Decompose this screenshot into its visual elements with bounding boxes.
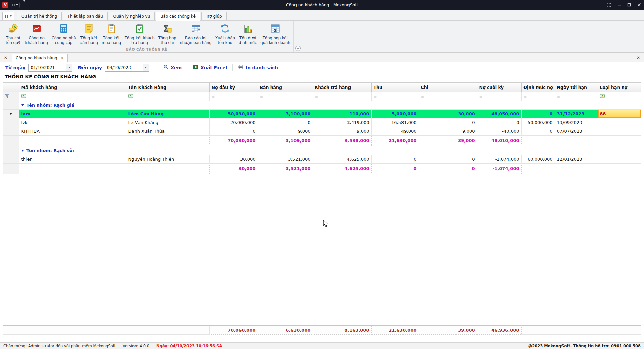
ribbon-button-xuat-nhap-ton-kho[interactable]: Xuất nhậptồn kho bbox=[213, 22, 237, 46]
ribbon-tab-bao-cao-thong-ke[interactable]: Báo cáo thống kê bbox=[156, 12, 200, 21]
cell[interactable]: 30,000 bbox=[209, 155, 258, 163]
from-date-picker[interactable] bbox=[28, 64, 72, 72]
cell[interactable]: -40,000 bbox=[477, 127, 521, 135]
cell[interactable]: 3,521,000 bbox=[258, 155, 313, 163]
row-header[interactable] bbox=[3, 101, 19, 109]
row-header[interactable] bbox=[3, 155, 19, 163]
cell[interactable]: 0 bbox=[258, 118, 313, 127]
table-row-thien[interactable]: thien Nguyễn Hoàng Thiện 30,000 3,521,00… bbox=[3, 155, 641, 163]
cell[interactable]: 0 bbox=[419, 118, 477, 127]
filter-cell[interactable] bbox=[209, 92, 258, 101]
quick-access-customize-button[interactable] bbox=[22, 2, 27, 8]
cell[interactable]: 5,000,000 bbox=[371, 109, 419, 118]
table-row-khthua[interactable]: KHTHUA Danh Xuân Thừa 0 9,000 9,000 49,0… bbox=[3, 127, 641, 135]
fullscreen-button[interactable] bbox=[604, 0, 614, 10]
cell[interactable]: 9,000 bbox=[419, 127, 477, 135]
filter-row-header[interactable] bbox=[3, 92, 19, 101]
ribbon-button-cong-no-nha-cung-cap[interactable]: Công nợ nhàcung cấp bbox=[50, 22, 78, 46]
cell[interactable]: 31/12/2023 bbox=[555, 109, 598, 118]
application-menu-button[interactable] bbox=[2, 12, 14, 20]
row-header[interactable] bbox=[3, 118, 19, 127]
column-header-ban-hang[interactable]: Bán hàng bbox=[258, 83, 313, 92]
cell[interactable] bbox=[598, 127, 641, 135]
column-header-ma-khach-hang[interactable]: Mã khách hàng bbox=[19, 83, 126, 92]
cell[interactable]: 48,050,000 bbox=[477, 109, 521, 118]
cell[interactable]: 3,100,000 bbox=[258, 109, 313, 118]
column-header-ten-khach-hang[interactable]: Tên Khách Hàng bbox=[126, 83, 209, 92]
cell[interactable]: Danh Xuân Thừa bbox=[126, 127, 209, 135]
filter-cell[interactable]: a bbox=[19, 92, 126, 101]
maximize-button[interactable] bbox=[624, 0, 634, 10]
collapse-arrow-icon[interactable] bbox=[21, 104, 24, 106]
filter-cell[interactable]: a bbox=[126, 92, 209, 101]
column-header-loai-han-no[interactable]: Loại hạn nợ bbox=[598, 83, 641, 92]
focused-cell[interactable]: 88 bbox=[598, 109, 641, 118]
quick-access-button[interactable] bbox=[11, 2, 20, 8]
table-row-lam[interactable]: lam Lâm Cửa Hàng 50,030,000 3,100,000 11… bbox=[3, 109, 641, 118]
filter-cell[interactable] bbox=[371, 92, 419, 101]
cell[interactable]: 13/09/2023 bbox=[555, 118, 598, 127]
cell[interactable]: 60,000,000 bbox=[521, 155, 555, 163]
cell[interactable] bbox=[598, 118, 641, 127]
ribbon-button-cong-no-khach-hang[interactable]: Công nợkhách hàng bbox=[23, 22, 50, 46]
to-date-input[interactable] bbox=[105, 64, 143, 71]
column-header-no-cuoi-ky[interactable]: Nợ cuối kỳ bbox=[477, 83, 521, 92]
document-tab-cong-no-khach-hang[interactable]: Công nợ khách hàng bbox=[12, 54, 68, 62]
group-header-cell[interactable]: Tên nhóm: Rạch giá bbox=[19, 101, 641, 109]
minimize-button[interactable] bbox=[614, 0, 624, 10]
cell[interactable]: 30,000 bbox=[419, 109, 477, 118]
cell[interactable]: 07/07/2023 bbox=[555, 127, 598, 135]
ribbon-button-thu-chi-ton-quy[interactable]: $ Thu chitồn quỹ bbox=[3, 22, 23, 46]
cell[interactable]: KHTHUA bbox=[19, 127, 126, 135]
cell[interactable]: 9,000 bbox=[313, 127, 371, 135]
cell[interactable]: Lâm Cửa Hàng bbox=[126, 109, 209, 118]
filter-cell[interactable] bbox=[555, 92, 598, 101]
tab-close-icon[interactable] bbox=[61, 56, 64, 60]
ribbon-button-tong-hop-ket-qua-kinh-doanh[interactable]: Σ Tổng hợp kếtquả kinh doanh bbox=[259, 22, 292, 46]
print-list-button[interactable]: In danh sách bbox=[236, 63, 280, 72]
filter-cell[interactable]: a bbox=[598, 92, 641, 101]
cell[interactable]: 0 bbox=[209, 127, 258, 135]
filter-cell[interactable] bbox=[477, 92, 521, 101]
column-header-khach-tra-hang[interactable]: Khách trả hàng bbox=[313, 83, 371, 92]
cell[interactable]: 16,581,000 bbox=[371, 118, 419, 127]
from-date-input[interactable] bbox=[29, 64, 66, 71]
ribbon-tab-quan-ly-nghiep-vu[interactable]: Quản lý nghiệp vụ bbox=[109, 12, 155, 20]
cell[interactable]: thien bbox=[19, 155, 126, 163]
column-header-no-dau-ky[interactable]: Nợ đầu kỳ bbox=[209, 83, 258, 92]
cell[interactable]: 12/01/2023 bbox=[555, 155, 598, 163]
to-date-dropdown-button[interactable] bbox=[143, 64, 149, 71]
row-header-corner[interactable] bbox=[3, 83, 19, 92]
column-header-thu[interactable]: Thu bbox=[371, 83, 419, 92]
cell[interactable]: 50,030,000 bbox=[209, 109, 258, 118]
cell[interactable]: lam bbox=[19, 109, 126, 118]
ribbon-button-tong-hop-thu-chi[interactable]: Σ Tổng hợpthu chi bbox=[156, 22, 178, 46]
export-excel-button[interactable]: X Xuất Excel bbox=[191, 63, 229, 72]
filter-cell[interactable] bbox=[419, 92, 477, 101]
to-date-picker[interactable] bbox=[105, 64, 149, 72]
ribbon-button-tong-ket-khach-tra-hang[interactable]: Tổng kết kháchtrả hàng bbox=[123, 22, 156, 46]
cell[interactable]: 9,000 bbox=[258, 127, 313, 135]
cell[interactable]: 50,000,000 bbox=[521, 118, 555, 127]
filter-cell[interactable] bbox=[313, 92, 371, 101]
cell[interactable]: 0 bbox=[419, 155, 477, 163]
column-header-chi[interactable]: Chi bbox=[419, 83, 477, 92]
close-document-button[interactable] bbox=[635, 54, 642, 61]
cell[interactable]: lvk bbox=[19, 118, 126, 127]
close-button[interactable] bbox=[634, 0, 644, 10]
column-header-dinh-muc-no[interactable]: Định mức nợ bbox=[521, 83, 555, 92]
row-header[interactable] bbox=[3, 146, 19, 155]
table-row-lvk[interactable]: lvk Lê Văn Kháng 20,000,000 0 3,419,000 … bbox=[3, 118, 641, 127]
cell[interactable]: 0 bbox=[371, 155, 419, 163]
cell[interactable]: 0 bbox=[521, 109, 555, 118]
cell[interactable]: Lê Văn Kháng bbox=[126, 118, 209, 127]
filter-cell[interactable] bbox=[258, 92, 313, 101]
cell[interactable]: 3,419,000 bbox=[313, 118, 371, 127]
mekongsoft-logo-icon[interactable]: V bbox=[2, 2, 8, 8]
view-button[interactable]: Xem bbox=[161, 63, 184, 72]
row-header[interactable] bbox=[3, 127, 19, 135]
ribbon-button-tong-ket-ban-hang[interactable]: Tổng kếtbán hàng bbox=[78, 22, 100, 46]
cell[interactable]: 110,000 bbox=[313, 109, 371, 118]
filter-cell[interactable] bbox=[521, 92, 555, 101]
collapse-arrow-icon[interactable] bbox=[21, 150, 24, 152]
